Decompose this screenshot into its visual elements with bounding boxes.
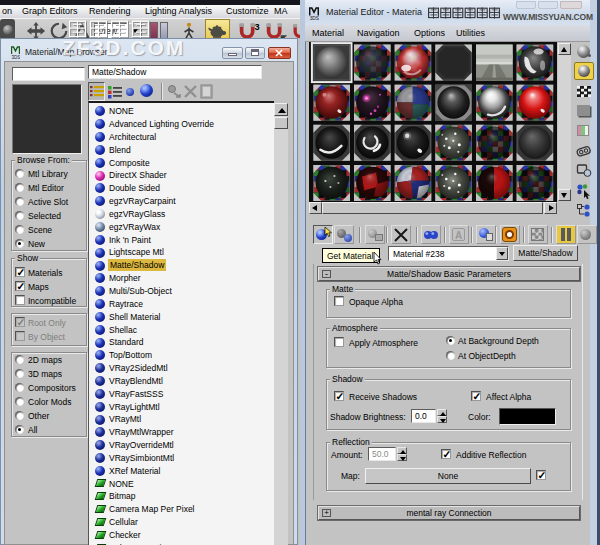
svg-text:3DS: 3DS xyxy=(12,55,21,60)
svg-text:3: 3 xyxy=(255,22,260,32)
svg-text:3DS: 3DS xyxy=(310,16,319,21)
